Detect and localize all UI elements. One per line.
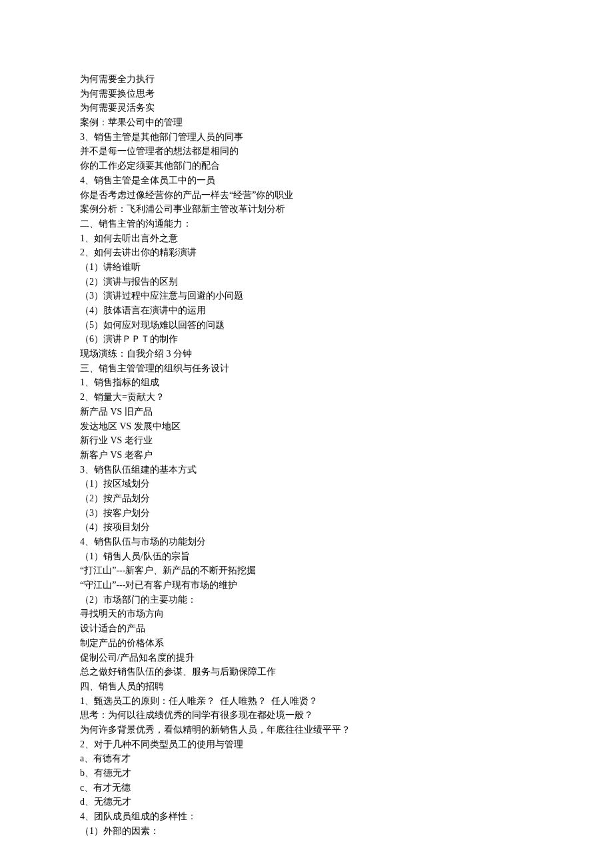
text-line: （2）市场部门的主要功能： bbox=[80, 593, 533, 607]
text-line: （3）按客户划分 bbox=[80, 506, 533, 521]
text-line: 二、销售主管的沟通能力： bbox=[80, 217, 533, 231]
text-line: 1、甄选员工的原则：任人唯亲？ 任人唯熟？ 任人唯贤？ bbox=[80, 694, 533, 709]
text-line: b、有德无才 bbox=[80, 766, 533, 781]
text-line: 案例：苹果公司中的管理 bbox=[80, 115, 533, 130]
text-line: 1、销售指标的组成 bbox=[80, 375, 533, 390]
text-line: d、无德无才 bbox=[80, 795, 533, 809]
text-line: （6）演讲ＰＰＴ的制作 bbox=[80, 332, 533, 347]
text-line: （4）按项目划分 bbox=[80, 520, 533, 535]
text-line: 三、销售主管管理的组织与任务设计 bbox=[80, 361, 533, 376]
text-line: 4、团队成员组成的多样性： bbox=[80, 809, 533, 824]
text-line: 新行业 VS 老行业 bbox=[80, 433, 533, 448]
text-line: （1）按区域划分 bbox=[80, 477, 533, 491]
text-line: 制定产品的价格体系 bbox=[80, 636, 533, 651]
text-line: 四、销售人员的招聘 bbox=[80, 679, 533, 694]
text-line: 设计适合的产品 bbox=[80, 621, 533, 636]
text-line: （3）演讲过程中应注意与回避的小问题 bbox=[80, 289, 533, 303]
text-line: c、有才无德 bbox=[80, 781, 533, 795]
text-line: （2）按产品划分 bbox=[80, 491, 533, 506]
text-line: 现场演练：自我介绍 3 分钟 bbox=[80, 347, 533, 361]
text-line: 1、如何去听出言外之意 bbox=[80, 231, 533, 246]
document-page: 为何需要全力执行为何需要换位思考为何需要灵活务实案例：苹果公司中的管理3、销售主… bbox=[0, 0, 613, 868]
text-line: 4、销售主管是全体员工中的一员 bbox=[80, 173, 533, 188]
text-line: （1）外部的因素： bbox=[80, 824, 533, 839]
text-line: （1）讲给谁听 bbox=[80, 260, 533, 275]
text-line: 2、如何去讲出你的精彩演讲 bbox=[80, 245, 533, 260]
text-line: 新产品 VS 旧产品 bbox=[80, 405, 533, 419]
text-line: 为何需要灵活务实 bbox=[80, 101, 533, 115]
text-line: （1）销售人员/队伍的宗旨 bbox=[80, 549, 533, 564]
text-line: 为何许多背景优秀，看似精明的新销售人员，年底往往业绩平平？ bbox=[80, 723, 533, 737]
text-line: 3、销售队伍组建的基本方式 bbox=[80, 463, 533, 477]
text-line: 总之做好销售队伍的参谋、服务与后勤保障工作 bbox=[80, 665, 533, 679]
text-line: 你是否考虑过像经营你的产品一样去“经营”你的职业 bbox=[80, 188, 533, 203]
text-line: 思考：为何以往成绩优秀的同学有很多现在都处境一般？ bbox=[80, 708, 533, 723]
text-line: （4）肢体语言在演讲中的运用 bbox=[80, 303, 533, 318]
text-line: “守江山”---对已有客户现有市场的维护 bbox=[80, 578, 533, 593]
text-line: 新客户 VS 老客户 bbox=[80, 448, 533, 463]
text-line: 并不是每一位管理者的想法都是相同的 bbox=[80, 144, 533, 159]
text-line: （5）如何应对现场难以回答的问题 bbox=[80, 318, 533, 333]
text-line: 2、对于几种不同类型员工的使用与管理 bbox=[80, 737, 533, 752]
text-line: （2）演讲与报告的区别 bbox=[80, 275, 533, 289]
text-line: a、有德有才 bbox=[80, 751, 533, 766]
text-line: 发达地区 VS 发展中地区 bbox=[80, 419, 533, 434]
text-line: 4、销售队伍与市场的功能划分 bbox=[80, 535, 533, 549]
text-line: 案例分析：飞利浦公司事业部新主管改革计划分析 bbox=[80, 202, 533, 217]
text-line: 为何需要全力执行 bbox=[80, 72, 533, 87]
text-line: 促制公司/产品知名度的提升 bbox=[80, 651, 533, 665]
text-line: 3、销售主管是其他部门管理人员的同事 bbox=[80, 130, 533, 145]
text-line: 你的工作必定须要其他部门的配合 bbox=[80, 159, 533, 173]
text-line: 为何需要换位思考 bbox=[80, 87, 533, 101]
text-line: “打江山”---新客户、新产品的不断开拓挖掘 bbox=[80, 563, 533, 578]
text-line: 寻找明天的市场方向 bbox=[80, 607, 533, 621]
text-line: 2、销量大=贡献大？ bbox=[80, 390, 533, 405]
